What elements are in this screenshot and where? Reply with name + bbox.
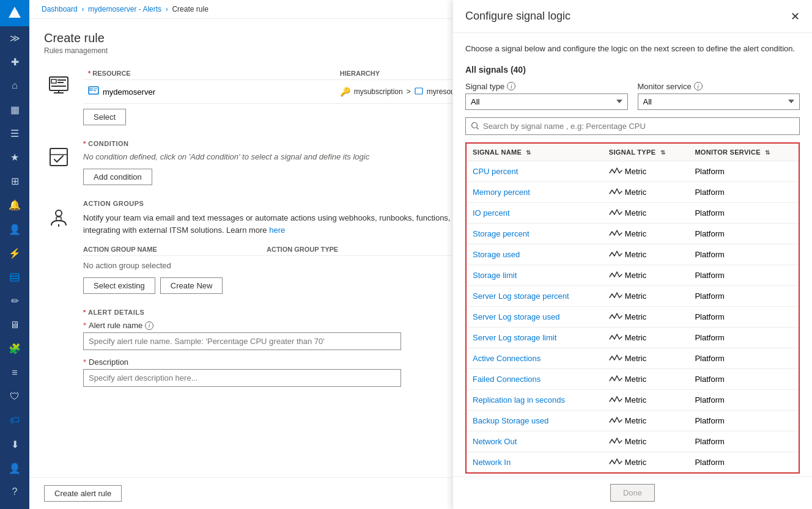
signal-name-cell[interactable]: Replication lag in seconds	[466, 389, 603, 410]
signal-name-cell[interactable]: Server Log storage percent	[466, 285, 603, 306]
signal-name-cell[interactable]: Server Log storage used	[466, 306, 603, 327]
signal-search-input[interactable]	[465, 117, 800, 135]
signal-name-link[interactable]: Failed Connections	[473, 375, 541, 384]
signal-name-cell[interactable]: Backup Storage used	[466, 410, 603, 431]
signal-name-link[interactable]: CPU percent	[473, 167, 518, 176]
filter-row: Signal type i All Metric Log Activity Lo…	[465, 82, 800, 110]
breadcrumb-alerts[interactable]: mydemoserver - Alerts	[88, 5, 161, 13]
signal-row: IO percent Metric Platform	[466, 202, 799, 223]
svg-rect-6	[51, 79, 56, 83]
svg-rect-8	[57, 82, 64, 83]
signal-type-select[interactable]: All Metric Log Activity Log	[465, 93, 628, 110]
resource-col-header: RESOURCE	[83, 67, 335, 80]
resource-type-icon	[88, 85, 99, 98]
signal-type-text: Metric	[625, 312, 646, 321]
signal-type-text: Metric	[625, 458, 646, 467]
signal-name-cell[interactable]: Storage limit	[466, 265, 603, 285]
monitor-service-cell: Platform	[688, 410, 799, 431]
expand-icon[interactable]: ≫	[0, 26, 29, 50]
action-groups-icon	[44, 202, 73, 232]
signal-name-link[interactable]: Backup Storage used	[473, 416, 548, 425]
signal-row: CPU percent Metric Platform	[466, 161, 799, 181]
azure-logo[interactable]	[0, 0, 29, 26]
list-icon2[interactable]: ≡	[0, 361, 29, 384]
puzzle-icon[interactable]: 🧩	[0, 337, 29, 361]
signal-name-cell[interactable]: Network Out	[466, 431, 603, 452]
signal-name-link[interactable]: Server Log storage limit	[473, 333, 556, 342]
home-icon[interactable]: ⌂	[0, 74, 29, 98]
metric-wave-icon	[609, 437, 622, 445]
monitor-icon[interactable]: 🖥	[0, 313, 29, 337]
signal-name-link[interactable]: Server Log storage used	[473, 312, 559, 321]
signal-type-text: Metric	[625, 354, 646, 363]
signal-name-link[interactable]: Network In	[473, 458, 511, 467]
signal-name-cell[interactable]: Storage used	[466, 244, 603, 265]
edit-icon[interactable]: ✏	[0, 289, 29, 313]
user-icon[interactable]: 👤	[0, 218, 29, 241]
alert-name-info-icon[interactable]: i	[145, 321, 153, 330]
alert-desc-input[interactable]	[83, 369, 401, 387]
signal-type-info-icon[interactable]: i	[507, 82, 515, 90]
database-icon[interactable]	[0, 265, 29, 289]
monitor-service-cell: Platform	[688, 431, 799, 452]
signal-name-cell[interactable]: IO percent	[466, 202, 603, 223]
signal-name-link[interactable]: IO percent	[473, 208, 510, 218]
signal-name-link[interactable]: Server Log storage percent	[473, 291, 569, 301]
create-new-button[interactable]: Create New	[160, 277, 223, 294]
signal-name-cell[interactable]: CPU percent	[466, 161, 603, 181]
person2-icon[interactable]: 👤	[0, 456, 29, 480]
signal-name-cell[interactable]: Memory percent	[466, 181, 603, 202]
download-icon[interactable]: ⬇	[0, 433, 29, 456]
question-icon[interactable]: ?	[0, 480, 29, 504]
shield-icon[interactable]: 🛡	[0, 384, 29, 408]
metric-wave-icon	[609, 271, 622, 279]
signal-name-cell[interactable]: Failed Connections	[466, 368, 603, 389]
star-icon[interactable]: ★	[0, 145, 29, 169]
breadcrumb-dashboard[interactable]: Dashboard	[42, 5, 78, 13]
add-condition-button[interactable]: Add condition	[83, 169, 152, 185]
grid-icon[interactable]: ⊞	[0, 169, 29, 193]
monitor-service-cell: Platform	[688, 202, 799, 223]
monitor-service-text: Platform	[695, 458, 724, 467]
signal-type-cell: Metric	[603, 431, 689, 452]
menu-icon[interactable]: ☰	[0, 122, 29, 145]
signal-name-link[interactable]: Memory percent	[473, 188, 530, 197]
metric-wave-icon	[609, 354, 622, 362]
signal-name-link[interactable]: Storage limit	[473, 271, 517, 280]
signal-name-link[interactable]: Active Connections	[473, 354, 541, 363]
monitor-service-col-header[interactable]: MONITOR SERVICE ⇅	[688, 143, 799, 161]
bell-icon[interactable]: 🔔	[0, 193, 29, 217]
monitor-service-info-icon[interactable]: i	[694, 82, 703, 90]
signal-name-cell[interactable]: Network In	[466, 452, 603, 473]
monitor-service-select[interactable]: All Platform Application Insights	[638, 93, 800, 110]
signal-type-cell: Metric	[603, 389, 689, 410]
metric-wave-icon	[609, 416, 622, 425]
signal-name-cell[interactable]: Active Connections	[466, 348, 603, 368]
tag-icon[interactable]: 🏷	[0, 408, 29, 432]
signal-type-col-header[interactable]: SIGNAL TYPE ⇅	[603, 143, 689, 161]
dashboard-icon[interactable]: ▦	[0, 98, 29, 122]
metric-wave-icon	[609, 375, 622, 383]
signal-name-link[interactable]: Replication lag in seconds	[473, 395, 565, 405]
signal-name-col-header[interactable]: SIGNAL NAME ⇅	[466, 143, 603, 161]
monitor-service-label: Monitor service i	[638, 82, 800, 91]
done-button[interactable]: Done	[610, 484, 655, 502]
subscription-text: mysubscription	[354, 87, 403, 96]
select-existing-button[interactable]: Select existing	[83, 277, 155, 294]
signal-name-cell[interactable]: Server Log storage limit	[466, 327, 603, 348]
monitor-service-text: Platform	[695, 416, 724, 425]
signal-name-link[interactable]: Network Out	[473, 437, 517, 446]
select-resource-button[interactable]: Select	[83, 109, 126, 125]
panel-close-button[interactable]: ✕	[791, 11, 800, 22]
signal-type-text: Metric	[625, 395, 646, 405]
create-alert-rule-button[interactable]: Create alert rule	[44, 485, 122, 502]
alert-name-input[interactable]	[83, 332, 401, 350]
signal-type-text: Metric	[625, 333, 646, 342]
signal-name-cell[interactable]: Storage percent	[466, 223, 603, 244]
learn-more-link[interactable]: here	[269, 225, 285, 235]
lightning-icon[interactable]: ⚡	[0, 241, 29, 265]
monitor-service-cell: Platform	[688, 244, 799, 265]
signal-name-link[interactable]: Storage percent	[473, 229, 530, 238]
new-icon[interactable]: ✚	[0, 50, 29, 74]
signal-name-link[interactable]: Storage used	[473, 250, 520, 259]
